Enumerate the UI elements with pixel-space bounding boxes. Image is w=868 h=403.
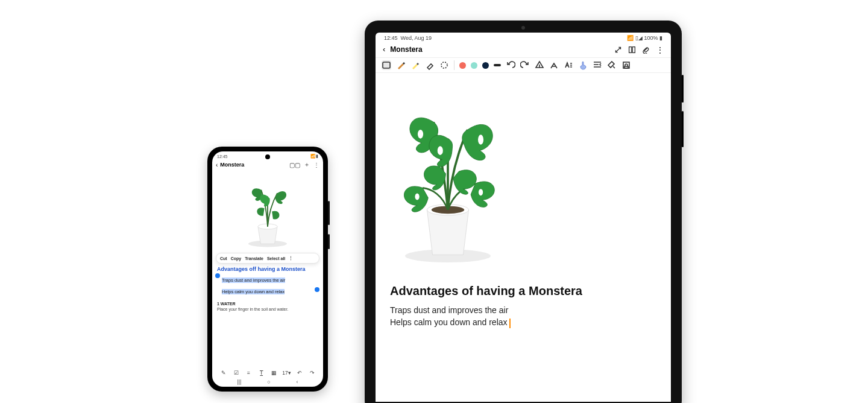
svg-rect-2	[629, 47, 632, 53]
menu-more-icon[interactable]: ⋮	[289, 256, 293, 261]
svg-point-10	[418, 130, 423, 139]
color-teal[interactable]	[471, 62, 477, 69]
text-mode-icon[interactable]	[382, 60, 391, 70]
menu-cut[interactable]: Cut	[220, 256, 227, 261]
menu-translate[interactable]: Translate	[245, 256, 263, 261]
selection-handle-start[interactable]	[215, 273, 220, 278]
battery-icon: ▮	[659, 35, 662, 41]
style-icon[interactable]	[607, 60, 617, 70]
phone-volume-button	[328, 201, 330, 225]
checkbox-icon[interactable]: ☑	[230, 370, 242, 376]
status-icons: 📶▮	[310, 154, 318, 159]
selection-handle-end[interactable]	[315, 287, 319, 292]
expand-icon[interactable]	[614, 45, 622, 53]
svg-point-12	[438, 146, 443, 155]
menu-select-all[interactable]: Select all	[267, 256, 285, 261]
finger-draw-icon[interactable]	[578, 60, 588, 70]
signal-icon: ▯◢	[635, 35, 643, 41]
tablet-note-heading[interactable]: Advantages of having a Monstera	[390, 284, 656, 298]
align-tools-icon[interactable]	[593, 60, 602, 70]
add-icon[interactable]: ＋	[304, 160, 310, 169]
color-navy[interactable]	[482, 62, 489, 69]
phone-note-headline[interactable]: Advantages off having a Monstera	[217, 266, 318, 272]
note-title: Monstera	[220, 162, 244, 168]
stroke-width-picker[interactable]	[494, 64, 501, 66]
color-red[interactable]	[459, 62, 466, 69]
note-title: Monstera	[390, 45, 422, 54]
text-context-menu: Cut Copy Translate Select all ⋮	[216, 253, 319, 264]
svg-rect-3	[632, 47, 635, 53]
wifi-icon: 📶	[627, 35, 634, 41]
svg-point-14	[415, 194, 419, 200]
font-size-picker[interactable]: 17▾	[280, 370, 293, 376]
svg-point-11	[478, 135, 483, 144]
phone-camera-notch	[265, 154, 270, 159]
phone-plant-image	[212, 171, 323, 249]
tablet-status-bar: 12:45 Wed, Aug 19 📶 ▯◢ 100% ▮	[376, 33, 671, 41]
phone-title-bar: ‹ Monstera ▢▢ ＋ ⋮	[212, 159, 323, 171]
undo-icon[interactable]	[506, 60, 515, 70]
more-icon[interactable]: ⋮	[656, 45, 664, 53]
back-icon[interactable]: ‹	[216, 162, 218, 168]
svg-point-5	[441, 62, 447, 68]
align-icon[interactable]: ≡	[242, 370, 255, 376]
snap-icon[interactable]	[549, 60, 559, 70]
phone-editor-toolbar: ✎ ☑ ≡ T̲ ▦ 17▾ ↶ ↷	[212, 370, 323, 376]
redo-icon[interactable]: ↷	[306, 370, 318, 376]
body-line1: Traps dust and improves the air	[390, 305, 508, 315]
phone-power-button	[328, 234, 330, 249]
redo-icon[interactable]	[520, 60, 530, 70]
text-style-icon[interactable]: T̲	[255, 370, 268, 376]
undo-icon[interactable]: ↶	[293, 370, 306, 376]
toolbar-divider	[454, 60, 454, 70]
nav-back-icon[interactable]: ‹	[297, 379, 298, 385]
selected-text-line2[interactable]: Helps calm you down and relax	[222, 289, 285, 294]
status-datetime: 12:45 Wed, Aug 19	[384, 35, 432, 41]
more-icon[interactable]: ⋮	[313, 162, 319, 168]
status-time: 12:45	[217, 154, 228, 159]
body-line2: Helps calm you down and relax	[390, 317, 508, 327]
phone-section-body[interactable]: Place your finger in the soil and water.	[217, 307, 318, 311]
pen-icon[interactable]	[396, 60, 406, 70]
phone-section-title[interactable]: 1 WATER	[217, 302, 318, 306]
handwriting-icon[interactable]: ✎	[217, 370, 230, 376]
nav-recent-icon[interactable]: |||	[237, 379, 241, 385]
reading-mode-icon[interactable]	[628, 45, 636, 53]
menu-copy[interactable]: Copy	[231, 256, 242, 261]
reading-mode-icon[interactable]: ▢▢	[289, 162, 300, 168]
attach-icon[interactable]	[642, 45, 650, 53]
back-icon[interactable]: ‹	[383, 45, 385, 54]
tablet-camera	[521, 26, 525, 30]
svg-point-13	[479, 189, 483, 195]
selected-text-line1[interactable]: Traps dust and improves the air	[222, 278, 285, 283]
tablet-device: 12:45 Wed, Aug 19 📶 ▯◢ 100% ▮ ‹ Monstera	[365, 21, 682, 403]
highlighter-icon[interactable]	[410, 60, 420, 70]
text-cursor	[509, 319, 511, 328]
tablet-power-button	[682, 111, 684, 147]
eraser-icon[interactable]	[425, 60, 435, 70]
tablet-drawing-toolbar	[376, 57, 671, 73]
convert-text-icon[interactable]	[564, 60, 573, 70]
zoom-lock-icon[interactable]	[621, 60, 631, 70]
svg-rect-4	[383, 62, 390, 68]
tablet-plant-image	[376, 73, 671, 272]
shape-icon[interactable]	[535, 60, 544, 70]
table-icon[interactable]: ▦	[268, 370, 280, 376]
nav-home-icon[interactable]: ○	[267, 379, 270, 385]
tablet-note-body[interactable]: Traps dust and improves the air Helps ca…	[390, 304, 656, 329]
phone-device: 12:45 📶▮ ‹ Monstera ▢▢ ＋ ⋮	[207, 147, 328, 392]
tablet-title-bar: ‹ Monstera ⋮	[376, 41, 671, 57]
status-right: 📶 ▯◢ 100% ▮	[627, 35, 662, 41]
tablet-volume-button	[682, 75, 684, 103]
lasso-icon[interactable]	[439, 60, 449, 70]
phone-nav-bar: ||| ○ ‹	[212, 379, 323, 385]
battery-label: 100%	[644, 35, 658, 41]
